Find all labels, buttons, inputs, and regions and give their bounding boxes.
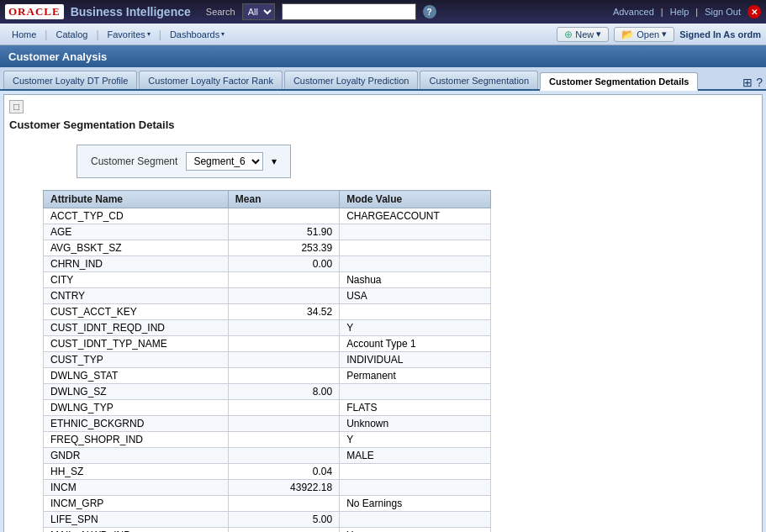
top-bar: ORACLE Business Intelligence Search All … (0, 0, 766, 24)
cell-attribute: INCM_GRP (44, 496, 229, 512)
table-row: DWLNG_SZ8.00 (44, 384, 491, 400)
cell-mode (340, 384, 491, 400)
cell-mode: CHARGEACCOUNT (340, 208, 491, 224)
cell-mode (340, 304, 491, 320)
cell-attribute: HH_SZ (44, 464, 229, 480)
collapse-button[interactable]: □ (9, 100, 24, 113)
tab-icons: ⊞ ? (742, 76, 763, 89)
cell-mode: No Earnings (340, 496, 491, 512)
cell-attribute: DWLNG_TYP (44, 400, 229, 416)
cell-mean (228, 336, 339, 352)
nav-favorites[interactable]: Favorites▾ (101, 28, 157, 41)
cell-mean: 43922.18 (228, 480, 339, 496)
nav-bar: Home | Catalog | Favorites▾ | Dashboards… (0, 24, 766, 45)
nav-dashboards[interactable]: Dashboards▾ (163, 28, 231, 41)
cell-mode: USA (340, 288, 491, 304)
cell-mean (228, 448, 339, 464)
cell-mode: Account Type 1 (340, 336, 491, 352)
table-row: CITYNashua (44, 272, 491, 288)
table-row: INCM_GRPNo Earnings (44, 496, 491, 512)
cell-mode: INDIVIDUAL (340, 352, 491, 368)
bi-title: Business Intelligence (71, 5, 191, 18)
separator2: | (695, 7, 698, 17)
tab-segmentation[interactable]: Customer Segmentation (420, 71, 538, 89)
cell-attribute: CUST_IDNT_REQD_IND (44, 320, 229, 336)
help-link[interactable]: Help (670, 7, 689, 17)
help-tab-icon[interactable]: ? (756, 76, 763, 89)
nav-home[interactable]: Home (5, 28, 43, 41)
cell-attribute: DWLNG_SZ (44, 384, 229, 400)
nav-right: ⊕ New ▾ 📂 Open ▾ Signed In As ordm (557, 27, 761, 42)
dropdown-arrow-icon: ▾ (272, 155, 277, 167)
app-header: Customer Analysis (0, 45, 766, 67)
table-row: DWLNG_TYPFLATS (44, 400, 491, 416)
cell-mode: Permanent (340, 368, 491, 384)
table-row: CUST_IDNT_TYP_NAMEAccount Type 1 (44, 336, 491, 352)
cell-mean (228, 288, 339, 304)
cell-attribute: CNTRY (44, 288, 229, 304)
tabs-bar: Customer Loyalty DT Profile Customer Loy… (0, 67, 766, 91)
signout-link[interactable]: Sign Out (705, 7, 741, 17)
cell-attribute: ACCT_TYP_CD (44, 208, 229, 224)
cell-mean: 51.90 (228, 224, 339, 240)
table-row: MAIL_ALWD_INDY (44, 528, 491, 533)
cell-mean (228, 496, 339, 512)
table-row: GNDRMALE (44, 448, 491, 464)
table-row: ETHNIC_BCKGRNDUnknown (44, 416, 491, 432)
filter-box: Customer Segment Segment_6 Segment_1 Seg… (77, 145, 291, 178)
cell-attribute: CHRN_IND (44, 256, 229, 272)
search-input[interactable] (282, 3, 416, 20)
table-row: CNTRYUSA (44, 288, 491, 304)
table-row: AGE51.90 (44, 224, 491, 240)
signed-in-label: Signed In As ordm (679, 29, 761, 40)
filter-label: Customer Segment (91, 155, 177, 167)
cell-attribute: INCM (44, 480, 229, 496)
content-area: □ Customer Segmentation Details Customer… (3, 94, 763, 532)
cell-mode (340, 480, 491, 496)
help-circle-icon[interactable]: ? (423, 5, 436, 18)
cell-mean (228, 432, 339, 448)
cell-mode (340, 464, 491, 480)
cell-mean (228, 352, 339, 368)
table-row: FREQ_SHOPR_INDY (44, 432, 491, 448)
cell-mode: Y (340, 320, 491, 336)
customer-segment-select[interactable]: Segment_6 Segment_1 Segment_2 Segment_3 … (186, 152, 263, 171)
table-row: CUST_ACCT_KEY34.52 (44, 304, 491, 320)
section-title: Customer Segmentation Details (9, 119, 757, 134)
cell-mean: 8.00 (228, 384, 339, 400)
cell-attribute: CUST_ACCT_KEY (44, 304, 229, 320)
cell-mean (228, 528, 339, 533)
separator: | (661, 7, 663, 17)
new-button[interactable]: ⊕ New ▾ (557, 27, 609, 42)
cell-mean: 253.39 (228, 240, 339, 256)
grid-icon[interactable]: ⊞ (742, 76, 753, 89)
cell-mean (228, 416, 339, 432)
tab-segmentation-details[interactable]: Customer Segmentation Details (540, 72, 698, 91)
table-row: DWLNG_STATPermanent (44, 368, 491, 384)
cell-attribute: FREQ_SHOPR_IND (44, 432, 229, 448)
tab-prediction[interactable]: Customer Loyalty Prediction (284, 71, 419, 89)
cell-mode (340, 224, 491, 240)
top-bar-right: Advanced | Help | Sign Out ✕ (613, 5, 761, 18)
cell-attribute: CITY (44, 272, 229, 288)
cell-attribute: CUST_TYP (44, 352, 229, 368)
open-button[interactable]: 📂 Open ▾ (614, 27, 674, 42)
tab-factor-rank[interactable]: Customer Loyalty Factor Rank (139, 71, 283, 89)
table-row: CUST_IDNT_REQD_INDY (44, 320, 491, 336)
app-title: Customer Analysis (8, 50, 107, 63)
col-header-attr: Attribute Name (44, 191, 229, 208)
table-row: CUST_TYPINDIVIDUAL (44, 352, 491, 368)
table-row: HH_SZ0.04 (44, 464, 491, 480)
advanced-link[interactable]: Advanced (613, 7, 654, 17)
oracle-logo: ORACLE (5, 4, 64, 19)
cell-mode: Y (340, 432, 491, 448)
cell-attribute: MAIL_ALWD_IND (44, 528, 229, 533)
cell-mean: 34.52 (228, 304, 339, 320)
nav-catalog[interactable]: Catalog (49, 28, 94, 41)
cell-mean: 0.04 (228, 464, 339, 480)
cell-mode: Nashua (340, 272, 491, 288)
cell-attribute: ETHNIC_BCKGRND (44, 416, 229, 432)
tab-dt-profile[interactable]: Customer Loyalty DT Profile (3, 71, 137, 89)
col-header-mean: Mean (228, 191, 339, 208)
search-scope-select[interactable]: All (242, 3, 275, 20)
